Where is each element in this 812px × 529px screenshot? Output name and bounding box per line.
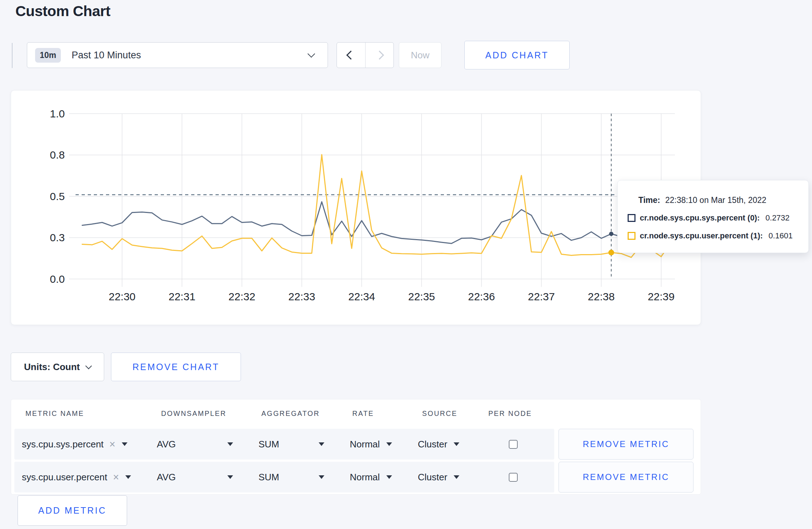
time-back-button[interactable]: [337, 43, 365, 68]
svg-text:0.3: 0.3: [50, 232, 65, 243]
col-header-downsampler: DOWNSAMPLER: [161, 409, 226, 418]
page-title: Custom Chart: [15, 3, 110, 20]
per-node-cell: [509, 462, 518, 492]
now-button[interactable]: Now: [399, 42, 441, 68]
rate-select[interactable]: Normal: [350, 429, 392, 460]
caret-down-icon: [227, 475, 233, 479]
col-header-metric-name: METRIC NAME: [25, 409, 84, 418]
svg-text:22:39: 22:39: [648, 291, 675, 302]
chart-card: 1.00.80.50.30.022:3022:3122:3222:3322:34…: [11, 90, 701, 325]
svg-text:22:31: 22:31: [169, 291, 195, 302]
source-select[interactable]: Cluster: [418, 462, 459, 492]
metric-name-value: sys.cpu.user.percent: [22, 472, 107, 483]
remove-metric-button[interactable]: REMOVE METRIC: [559, 429, 693, 460]
col-header-aggregator: AGGREGATOR: [261, 409, 320, 418]
rate-select[interactable]: Normal: [350, 462, 392, 492]
remove-chart-button[interactable]: REMOVE CHART: [111, 353, 241, 381]
time-window-dropdown[interactable]: 10m Past 10 Minutes: [27, 42, 328, 68]
svg-text:0.8: 0.8: [50, 149, 65, 161]
time-window-label: Past 10 Minutes: [72, 50, 141, 61]
col-header-per-node: PER NODE: [488, 409, 532, 418]
custom-chart-canvas[interactable]: 1.00.80.50.30.022:3022:3122:3222:3322:34…: [11, 91, 701, 325]
svg-text:22:34: 22:34: [348, 291, 375, 302]
svg-text:22:30: 22:30: [108, 291, 135, 302]
downsampler-value: AVG: [157, 439, 176, 450]
time-window-badge: 10m: [35, 48, 61, 63]
add-metric-button[interactable]: ADD METRIC: [18, 495, 127, 526]
col-header-source: SOURCE: [422, 409, 457, 418]
svg-text:1.0: 1.0: [50, 108, 65, 120]
svg-text:22:38: 22:38: [588, 291, 615, 302]
svg-text:22:36: 22:36: [468, 291, 495, 302]
remove-metric-button[interactable]: REMOVE METRIC: [559, 462, 693, 492]
caret-down-icon: [319, 475, 324, 479]
aggregator-value: SUM: [258, 439, 279, 450]
chevron-right-icon: [375, 50, 384, 59]
units-dropdown[interactable]: Units: Count: [11, 353, 104, 381]
source-select[interactable]: Cluster: [418, 429, 459, 460]
chart-tooltip: Time: 22:38:10 on Mar 15th, 2022 cr.node…: [617, 180, 809, 253]
tooltip-series-value: 0.1601: [769, 231, 793, 241]
per-node-checkbox[interactable]: [509, 473, 518, 482]
metric-name-value: sys.cpu.sys.percent: [22, 439, 103, 450]
downsampler-value: AVG: [157, 472, 176, 483]
caret-down-icon: [454, 442, 459, 446]
aggregator-select[interactable]: SUM: [258, 429, 324, 460]
clear-metric-icon[interactable]: ×: [109, 438, 115, 450]
tooltip-time-value: 22:38:10 on Mar 15th, 2022: [665, 195, 767, 205]
caret-down-icon: [227, 442, 233, 446]
caret-down-icon: [319, 442, 324, 446]
tooltip-series-value: 0.2732: [765, 213, 789, 223]
caret-down-icon: [122, 442, 127, 446]
caret-down-icon: [125, 475, 131, 479]
downsampler-select[interactable]: AVG: [157, 429, 233, 460]
col-header-rate: RATE: [352, 409, 374, 418]
svg-text:22:35: 22:35: [408, 291, 435, 302]
svg-text:22:32: 22:32: [228, 291, 255, 302]
source-value: Cluster: [418, 472, 447, 483]
svg-text:22:33: 22:33: [288, 291, 315, 302]
series-user-swatch-icon: [628, 232, 635, 240]
rate-value: Normal: [350, 439, 380, 450]
clear-metric-icon[interactable]: ×: [113, 471, 119, 483]
caret-down-icon: [454, 475, 459, 479]
aggregator-value: SUM: [258, 472, 279, 483]
units-label: Units: Count: [24, 361, 80, 373]
rate-value: Normal: [350, 472, 380, 483]
chevron-down-icon: [308, 50, 315, 57]
tooltip-time-row: Time: 22:38:10 on Mar 15th, 2022: [628, 191, 808, 209]
caret-down-icon: [386, 475, 392, 479]
svg-text:22:37: 22:37: [528, 291, 555, 302]
chevron-left-icon: [347, 50, 356, 59]
tooltip-time-label: Time:: [638, 195, 660, 205]
tooltip-series-label: cr.node.sys.cpu.sys.percent (0):: [640, 213, 760, 223]
per-node-checkbox[interactable]: [509, 440, 518, 449]
tooltip-series-row: cr.node.sys.cpu.sys.percent (0): 0.2732: [628, 209, 808, 227]
per-node-cell: [509, 429, 518, 460]
svg-text:0.5: 0.5: [50, 190, 65, 202]
tooltip-series-label: cr.node.sys.cpu.user.percent (1):: [640, 231, 763, 241]
add-chart-button[interactable]: ADD CHART: [464, 41, 570, 69]
chevron-down-icon: [85, 363, 92, 369]
downsampler-select[interactable]: AVG: [157, 462, 233, 492]
source-value: Cluster: [418, 439, 447, 450]
aggregator-select[interactable]: SUM: [258, 462, 324, 492]
series-sys-swatch-icon: [628, 214, 635, 222]
metric-name-dropdown[interactable]: sys.cpu.sys.percent ×: [22, 429, 127, 460]
time-nav-group: [337, 42, 394, 68]
time-forward-button[interactable]: [365, 43, 394, 68]
tooltip-series-row: cr.node.sys.cpu.user.percent (1): 0.1601: [628, 227, 808, 245]
svg-text:0.0: 0.0: [50, 273, 65, 285]
caret-down-icon: [386, 442, 392, 446]
metric-name-dropdown[interactable]: sys.cpu.user.percent ×: [22, 462, 131, 492]
toolbar-divider: [12, 43, 13, 68]
